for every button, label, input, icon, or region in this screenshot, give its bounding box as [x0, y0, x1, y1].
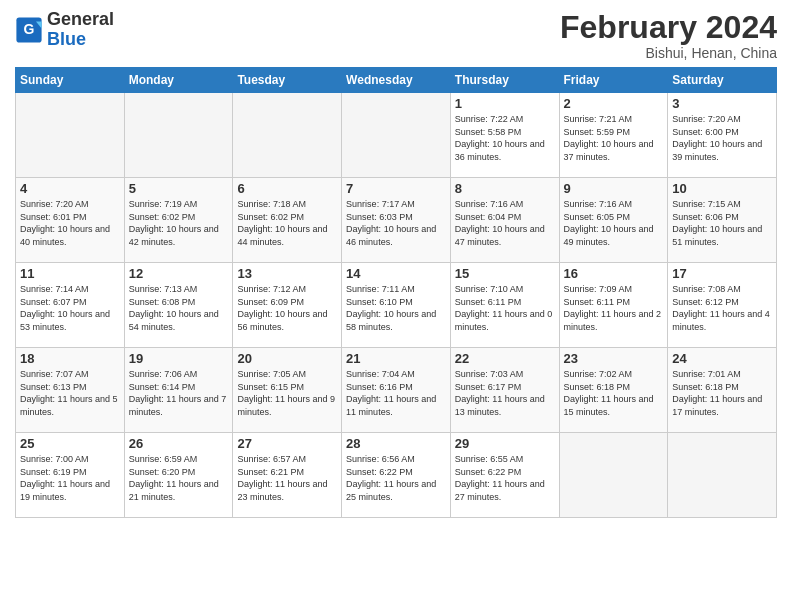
location: Bishui, Henan, China: [560, 45, 777, 61]
day-cell: 14Sunrise: 7:11 AMSunset: 6:10 PMDayligh…: [342, 263, 451, 348]
day-number: 19: [129, 351, 229, 366]
day-number: 8: [455, 181, 555, 196]
col-header-monday: Monday: [124, 68, 233, 93]
day-number: 25: [20, 436, 120, 451]
logo-line2: Blue: [47, 30, 114, 50]
header-row: SundayMondayTuesdayWednesdayThursdayFrid…: [16, 68, 777, 93]
day-info: Sunrise: 7:14 AMSunset: 6:07 PMDaylight:…: [20, 283, 120, 333]
day-number: 11: [20, 266, 120, 281]
day-info: Sunrise: 7:13 AMSunset: 6:08 PMDaylight:…: [129, 283, 229, 333]
day-number: 16: [564, 266, 664, 281]
day-info: Sunrise: 7:00 AMSunset: 6:19 PMDaylight:…: [20, 453, 120, 503]
day-info: Sunrise: 6:56 AMSunset: 6:22 PMDaylight:…: [346, 453, 446, 503]
day-cell: 15Sunrise: 7:10 AMSunset: 6:11 PMDayligh…: [450, 263, 559, 348]
day-info: Sunrise: 7:22 AMSunset: 5:58 PMDaylight:…: [455, 113, 555, 163]
day-info: Sunrise: 7:16 AMSunset: 6:04 PMDaylight:…: [455, 198, 555, 248]
day-number: 29: [455, 436, 555, 451]
day-cell: 1Sunrise: 7:22 AMSunset: 5:58 PMDaylight…: [450, 93, 559, 178]
day-info: Sunrise: 7:04 AMSunset: 6:16 PMDaylight:…: [346, 368, 446, 418]
day-cell: 7Sunrise: 7:17 AMSunset: 6:03 PMDaylight…: [342, 178, 451, 263]
day-number: 1: [455, 96, 555, 111]
day-number: 9: [564, 181, 664, 196]
day-info: Sunrise: 6:59 AMSunset: 6:20 PMDaylight:…: [129, 453, 229, 503]
col-header-wednesday: Wednesday: [342, 68, 451, 93]
day-number: 17: [672, 266, 772, 281]
day-info: Sunrise: 7:02 AMSunset: 6:18 PMDaylight:…: [564, 368, 664, 418]
col-header-thursday: Thursday: [450, 68, 559, 93]
day-number: 20: [237, 351, 337, 366]
day-cell: [342, 93, 451, 178]
day-cell: 11Sunrise: 7:14 AMSunset: 6:07 PMDayligh…: [16, 263, 125, 348]
day-info: Sunrise: 7:18 AMSunset: 6:02 PMDaylight:…: [237, 198, 337, 248]
day-number: 18: [20, 351, 120, 366]
day-cell: 13Sunrise: 7:12 AMSunset: 6:09 PMDayligh…: [233, 263, 342, 348]
day-info: Sunrise: 7:17 AMSunset: 6:03 PMDaylight:…: [346, 198, 446, 248]
day-cell: 10Sunrise: 7:15 AMSunset: 6:06 PMDayligh…: [668, 178, 777, 263]
page: G General Blue February 2024 Bishui, Hen…: [0, 0, 792, 528]
day-info: Sunrise: 7:20 AMSunset: 6:00 PMDaylight:…: [672, 113, 772, 163]
day-cell: 4Sunrise: 7:20 AMSunset: 6:01 PMDaylight…: [16, 178, 125, 263]
day-cell: 21Sunrise: 7:04 AMSunset: 6:16 PMDayligh…: [342, 348, 451, 433]
day-cell: 20Sunrise: 7:05 AMSunset: 6:15 PMDayligh…: [233, 348, 342, 433]
day-cell: 24Sunrise: 7:01 AMSunset: 6:18 PMDayligh…: [668, 348, 777, 433]
day-cell: [559, 433, 668, 518]
day-number: 22: [455, 351, 555, 366]
logo: G General Blue: [15, 10, 114, 50]
day-info: Sunrise: 7:09 AMSunset: 6:11 PMDaylight:…: [564, 283, 664, 333]
logo-icon: G: [15, 16, 43, 44]
day-cell: 8Sunrise: 7:16 AMSunset: 6:04 PMDaylight…: [450, 178, 559, 263]
day-number: 2: [564, 96, 664, 111]
day-cell: 23Sunrise: 7:02 AMSunset: 6:18 PMDayligh…: [559, 348, 668, 433]
day-info: Sunrise: 7:20 AMSunset: 6:01 PMDaylight:…: [20, 198, 120, 248]
day-number: 6: [237, 181, 337, 196]
day-info: Sunrise: 7:11 AMSunset: 6:10 PMDaylight:…: [346, 283, 446, 333]
day-cell: 3Sunrise: 7:20 AMSunset: 6:00 PMDaylight…: [668, 93, 777, 178]
day-info: Sunrise: 6:57 AMSunset: 6:21 PMDaylight:…: [237, 453, 337, 503]
day-cell: [233, 93, 342, 178]
day-info: Sunrise: 7:16 AMSunset: 6:05 PMDaylight:…: [564, 198, 664, 248]
day-cell: 25Sunrise: 7:00 AMSunset: 6:19 PMDayligh…: [16, 433, 125, 518]
day-number: 13: [237, 266, 337, 281]
col-header-friday: Friday: [559, 68, 668, 93]
week-row-3: 11Sunrise: 7:14 AMSunset: 6:07 PMDayligh…: [16, 263, 777, 348]
day-cell: 19Sunrise: 7:06 AMSunset: 6:14 PMDayligh…: [124, 348, 233, 433]
week-row-5: 25Sunrise: 7:00 AMSunset: 6:19 PMDayligh…: [16, 433, 777, 518]
day-number: 5: [129, 181, 229, 196]
svg-text:G: G: [24, 21, 35, 37]
day-info: Sunrise: 7:05 AMSunset: 6:15 PMDaylight:…: [237, 368, 337, 418]
logo-line1: General: [47, 10, 114, 30]
day-number: 21: [346, 351, 446, 366]
day-cell: 6Sunrise: 7:18 AMSunset: 6:02 PMDaylight…: [233, 178, 342, 263]
header: G General Blue February 2024 Bishui, Hen…: [15, 10, 777, 61]
day-cell: 9Sunrise: 7:16 AMSunset: 6:05 PMDaylight…: [559, 178, 668, 263]
day-number: 24: [672, 351, 772, 366]
week-row-1: 1Sunrise: 7:22 AMSunset: 5:58 PMDaylight…: [16, 93, 777, 178]
day-info: Sunrise: 7:21 AMSunset: 5:59 PMDaylight:…: [564, 113, 664, 163]
day-cell: [668, 433, 777, 518]
day-number: 26: [129, 436, 229, 451]
day-info: Sunrise: 7:12 AMSunset: 6:09 PMDaylight:…: [237, 283, 337, 333]
day-number: 15: [455, 266, 555, 281]
calendar-table: SundayMondayTuesdayWednesdayThursdayFrid…: [15, 67, 777, 518]
day-cell: [124, 93, 233, 178]
day-info: Sunrise: 6:55 AMSunset: 6:22 PMDaylight:…: [455, 453, 555, 503]
day-cell: 18Sunrise: 7:07 AMSunset: 6:13 PMDayligh…: [16, 348, 125, 433]
day-cell: 16Sunrise: 7:09 AMSunset: 6:11 PMDayligh…: [559, 263, 668, 348]
day-number: 10: [672, 181, 772, 196]
day-info: Sunrise: 7:03 AMSunset: 6:17 PMDaylight:…: [455, 368, 555, 418]
day-info: Sunrise: 7:10 AMSunset: 6:11 PMDaylight:…: [455, 283, 555, 333]
day-cell: 5Sunrise: 7:19 AMSunset: 6:02 PMDaylight…: [124, 178, 233, 263]
day-number: 3: [672, 96, 772, 111]
day-number: 4: [20, 181, 120, 196]
day-info: Sunrise: 7:15 AMSunset: 6:06 PMDaylight:…: [672, 198, 772, 248]
day-cell: 17Sunrise: 7:08 AMSunset: 6:12 PMDayligh…: [668, 263, 777, 348]
day-number: 12: [129, 266, 229, 281]
month-title: February 2024: [560, 10, 777, 45]
day-number: 27: [237, 436, 337, 451]
day-cell: 27Sunrise: 6:57 AMSunset: 6:21 PMDayligh…: [233, 433, 342, 518]
day-number: 23: [564, 351, 664, 366]
day-cell: 12Sunrise: 7:13 AMSunset: 6:08 PMDayligh…: [124, 263, 233, 348]
title-block: February 2024 Bishui, Henan, China: [560, 10, 777, 61]
day-number: 28: [346, 436, 446, 451]
day-number: 7: [346, 181, 446, 196]
